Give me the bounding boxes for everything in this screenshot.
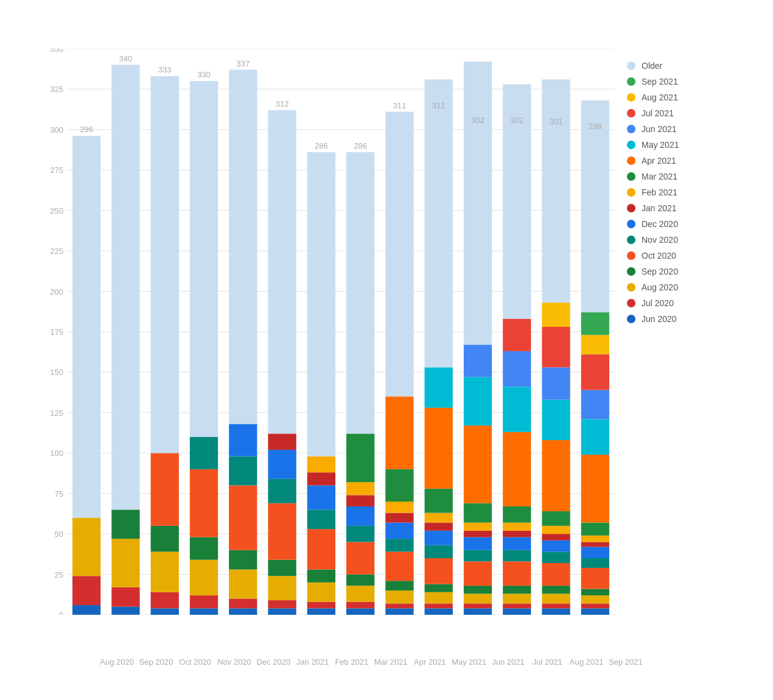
- svg-text:286: 286: [315, 141, 328, 150]
- svg-rect-162: [542, 541, 570, 552]
- svg-rect-165: [542, 511, 570, 526]
- svg-rect-94: [346, 482, 374, 495]
- svg-rect-105: [385, 513, 413, 523]
- svg-rect-42: [151, 592, 179, 609]
- legend-label: Nov 2020: [642, 235, 678, 245]
- legend-dot: [627, 77, 635, 86]
- svg-rect-133: [464, 523, 492, 531]
- svg-rect-179: [581, 547, 609, 558]
- legend-item: Older: [627, 61, 761, 71]
- svg-rect-125: [464, 608, 492, 615]
- svg-rect-149: [503, 506, 531, 523]
- svg-rect-170: [542, 303, 570, 327]
- svg-rect-117: [425, 531, 453, 545]
- svg-rect-44: [151, 526, 179, 552]
- legend-dot: [627, 109, 635, 117]
- x-label: Jan 2021: [296, 657, 329, 667]
- svg-rect-43: [151, 551, 179, 592]
- svg-text:225: 225: [50, 247, 63, 256]
- svg-rect-150: [503, 432, 531, 506]
- legend-label: Apr 2021: [642, 156, 676, 166]
- legend-label: Sep 2021: [642, 77, 678, 86]
- svg-rect-164: [542, 526, 570, 534]
- legend-dot: [627, 220, 635, 228]
- legend-dot: [627, 299, 635, 307]
- chart-area: 0255075100125150175200225250275300325350…: [37, 49, 615, 615]
- x-label: Sep 2020: [139, 657, 173, 667]
- legend-item: Dec 2020: [627, 219, 761, 229]
- svg-rect-86: [346, 608, 374, 615]
- svg-rect-138: [464, 61, 492, 345]
- legend-item: Aug 2020: [627, 282, 761, 292]
- svg-rect-57: [229, 598, 257, 608]
- legend-label: Aug 2020: [642, 282, 678, 292]
- svg-text:286: 286: [354, 141, 367, 150]
- legend: OlderSep 2021Aug 2021Jul 2021Jun 2021May…: [627, 61, 761, 330]
- svg-rect-122: [425, 367, 453, 407]
- svg-text:100: 100: [50, 449, 63, 458]
- svg-rect-79: [307, 529, 335, 569]
- svg-rect-72: [268, 433, 296, 450]
- svg-rect-186: [581, 354, 609, 390]
- legend-label: Feb 2021: [642, 187, 677, 197]
- svg-rect-146: [503, 537, 531, 550]
- svg-rect-145: [503, 550, 531, 562]
- legend-item: Jul 2020: [627, 298, 761, 308]
- svg-rect-69: [268, 503, 296, 560]
- svg-text:325: 325: [50, 85, 63, 94]
- svg-rect-127: [464, 593, 492, 603]
- legend-item: Sep 2020: [627, 267, 761, 276]
- svg-rect-156: [542, 608, 570, 615]
- legend-label: May 2021: [642, 140, 679, 150]
- svg-rect-83: [307, 457, 335, 473]
- svg-text:0: 0: [59, 611, 63, 615]
- svg-text:340: 340: [119, 54, 133, 63]
- chart-svg: 0255075100125150175200225250275300325350…: [37, 49, 615, 615]
- svg-rect-54: [190, 81, 218, 437]
- svg-rect-41: [151, 608, 179, 615]
- svg-rect-95: [346, 433, 374, 482]
- svg-rect-153: [503, 319, 531, 351]
- svg-rect-51: [190, 537, 218, 559]
- svg-rect-163: [542, 534, 570, 541]
- legend-dot: [627, 125, 635, 133]
- svg-text:298: 298: [589, 122, 602, 131]
- svg-rect-36: [111, 587, 139, 607]
- svg-rect-56: [229, 608, 257, 615]
- svg-rect-144: [503, 561, 531, 586]
- legend-dot: [627, 315, 635, 323]
- svg-rect-90: [346, 542, 374, 574]
- legend-item: May 2021: [627, 140, 761, 150]
- svg-rect-169: [542, 327, 570, 367]
- legend-label: Jan 2021: [642, 203, 677, 213]
- svg-rect-59: [229, 550, 257, 570]
- svg-rect-63: [229, 70, 257, 424]
- svg-rect-119: [425, 513, 453, 523]
- svg-rect-167: [542, 400, 570, 440]
- svg-rect-188: [581, 312, 609, 335]
- svg-rect-48: [190, 608, 218, 615]
- svg-rect-61: [229, 457, 257, 486]
- svg-rect-98: [385, 608, 413, 615]
- svg-rect-134: [464, 503, 492, 523]
- svg-rect-76: [307, 602, 335, 609]
- svg-rect-73: [268, 110, 296, 433]
- svg-rect-147: [503, 531, 531, 537]
- x-label: Jun 2021: [492, 657, 525, 667]
- legend-label: Jul 2021: [642, 108, 674, 118]
- svg-rect-109: [385, 112, 413, 397]
- x-label: Aug 2021: [570, 657, 604, 667]
- svg-rect-113: [425, 592, 453, 604]
- legend-label: Mar 2021: [642, 172, 677, 181]
- svg-rect-75: [307, 608, 335, 615]
- legend-dot: [627, 141, 635, 149]
- svg-rect-70: [268, 479, 296, 503]
- legend-dot: [627, 172, 635, 181]
- svg-rect-89: [346, 575, 374, 586]
- svg-rect-39: [111, 65, 139, 510]
- svg-rect-71: [268, 450, 296, 479]
- svg-rect-136: [464, 377, 492, 425]
- svg-rect-114: [425, 584, 453, 592]
- svg-rect-88: [346, 586, 374, 602]
- svg-rect-166: [542, 440, 570, 511]
